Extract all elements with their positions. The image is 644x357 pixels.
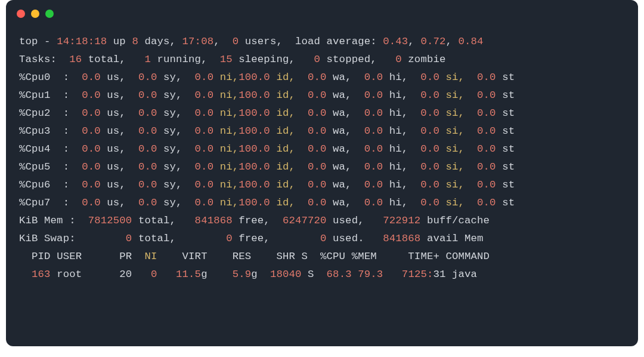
tasks-zombie: 0 [395,54,402,65]
cpu-st: 0.0 [477,179,496,190]
cpu-line: %Cpu4 : 0.0 us, 0.0 sy, 0.0 ni,100.0 id,… [19,140,625,158]
col-virt: VIRT [157,251,207,262]
cpu-name: %Cpu3 : [19,125,82,137]
cpu-si: 0.0 [420,143,439,155]
cpu-ni: 0.0 [195,161,214,173]
cpu-us: 0.0 [82,107,101,119]
cpu-hi: 0.0 [364,72,383,83]
col-pr: PR [119,251,144,262]
cpu-wa: 0.0 [308,179,327,190]
cpu-si: 0.0 [420,107,439,119]
cpu-st: 0.0 [477,90,496,101]
uptime-hm: 17:08 [182,36,214,47]
mem-cache: 722912 [383,215,420,226]
cpu-wa: 0.0 [308,143,327,155]
cpu-name: %Cpu1 : [19,90,82,101]
cpu-sy: 0.0 [138,179,157,190]
proc-time: 7125: [383,269,433,280]
cpu-id: 100.0 [239,72,270,83]
uptime-days: 8 [132,36,138,47]
col-pid: PID [19,251,57,262]
mem-free: 841868 [195,215,233,226]
proc-state: S [308,269,327,280]
col-mem: %MEM [352,251,377,262]
col-user: USER [57,251,119,262]
cpu-name: %Cpu2 : [19,107,82,119]
process-row: 163 root 20 0 11.5g 5.9g 18040 S 68.3 79… [19,266,625,284]
cpu-wa: 0.0 [308,72,327,83]
minimize-icon[interactable] [31,10,39,18]
cpu-si: 0.0 [420,179,439,190]
cpu-sy: 0.0 [138,125,157,137]
cpu-ni: 0.0 [195,179,214,190]
cpu-sy: 0.0 [138,72,157,83]
tasks-line: Tasks: 16 total, 1 running, 15 sleeping,… [19,51,625,69]
proc-ni: 0 [132,269,157,280]
close-icon[interactable] [17,10,25,18]
cpu-sy: 0.0 [138,143,157,155]
uptime-line: top - 14:18:18 up 8 days, 17:08, 0 users… [19,33,625,51]
cpu-name: %Cpu4 : [19,143,82,155]
cpu-st: 0.0 [477,107,496,119]
cpu-st: 0.0 [477,161,496,173]
cpu-wa: 0.0 [308,197,327,208]
cpu-ni: 0.0 [195,107,214,119]
load-avg-1: 0.43 [383,36,408,47]
tasks-total: 16 [69,54,82,65]
cpu-si: 0.0 [420,90,439,101]
cpu-ni: 0.0 [195,197,214,208]
cpu-sy: 0.0 [138,90,157,101]
cpu-line: %Cpu7 : 0.0 us, 0.0 sy, 0.0 ni,100.0 id,… [19,194,625,212]
user-count: 0 [233,36,239,47]
cpu-ni: 0.0 [195,90,214,101]
zoom-icon[interactable] [45,10,54,18]
cpu-us: 0.0 [82,72,101,83]
swap-total: 0 [126,233,132,244]
tasks-running: 1 [144,54,151,65]
cpu-name: %Cpu7 : [19,197,82,208]
mem-used: 6247720 [283,215,327,226]
cpu-us: 0.0 [82,125,101,137]
cpu-hi: 0.0 [364,107,383,119]
cpu-us: 0.0 [82,161,101,173]
mem-avail: 841868 [383,233,420,244]
proc-pid: 163 [19,269,57,280]
cpu-si: 0.0 [420,161,439,173]
col-s: S [301,251,320,262]
cpu-wa: 0.0 [308,107,327,119]
cpu-id: 100.0 [239,197,270,208]
proc-mem: 79.3 [358,269,383,280]
proc-shr: 18040 [258,269,308,280]
cpu-st: 0.0 [477,197,496,208]
tasks-sleeping: 15 [220,54,233,65]
cpu-id: 100.0 [239,143,270,155]
terminal-window: top - 14:18:18 up 8 days, 17:08, 0 users… [6,0,638,346]
cpu-line: %Cpu1 : 0.0 us, 0.0 sy, 0.0 ni,100.0 id,… [19,87,625,104]
cpu-si: 0.0 [420,125,439,137]
cpu-us: 0.0 [82,197,101,208]
cpu-id: 100.0 [239,125,270,137]
cpu-name: %Cpu0 : [19,72,82,83]
cpu-line: %Cpu2 : 0.0 us, 0.0 sy, 0.0 ni,100.0 id,… [19,104,625,122]
col-res: RES [208,251,252,262]
cpu-name: %Cpu5 : [19,161,82,173]
cpu-sy: 0.0 [138,197,157,208]
cpu-id: 100.0 [239,161,270,173]
cpu-sy: 0.0 [138,161,157,173]
process-header: PID USER PR NI VIRT RES SHR S %CPU %MEM … [19,248,625,266]
cpu-sy: 0.0 [138,107,157,119]
load-avg-15: 0.84 [459,36,484,47]
clock-time: 14:18:18 [57,36,107,47]
col-shr: SHR [251,251,301,262]
cpu-si: 0.0 [420,72,439,83]
proc-command: java [452,269,477,280]
cpu-line: %Cpu0 : 0.0 us, 0.0 sy, 0.0 ni,100.0 id,… [19,69,625,87]
cpu-us: 0.0 [82,90,101,101]
window-controls [17,10,54,18]
mem-total: 7812500 [88,215,132,226]
cpu-hi: 0.0 [364,161,383,173]
proc-user: root [57,269,119,280]
swap-used: 0 [320,233,327,244]
terminal-output: top - 14:18:18 up 8 days, 17:08, 0 users… [19,33,625,284]
col-ni: NI [144,251,157,262]
